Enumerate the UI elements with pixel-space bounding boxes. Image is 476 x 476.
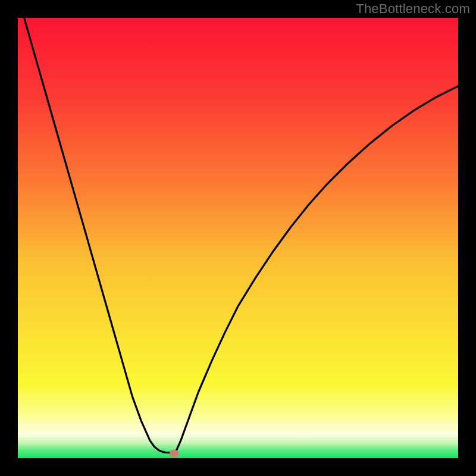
chart-frame: TheBottleneck.com — [0, 0, 476, 476]
watermark-text: TheBottleneck.com — [356, 1, 470, 17]
gradient-background — [18, 18, 458, 458]
optimal-point-marker — [170, 450, 179, 457]
chart-svg — [18, 18, 458, 458]
bottleneck-chart — [18, 18, 458, 458]
